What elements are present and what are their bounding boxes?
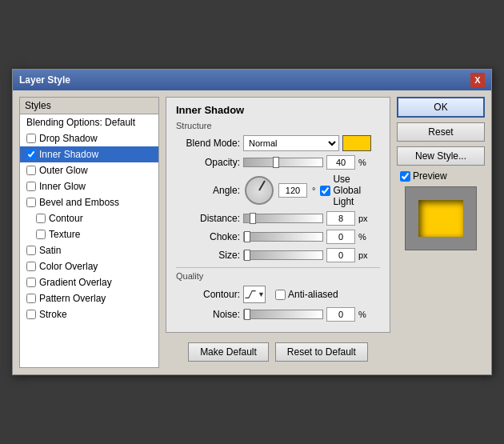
- texture-checkbox[interactable]: [36, 230, 46, 239]
- distance-unit: px: [358, 214, 368, 223]
- sidebar-item-satin[interactable]: Satin: [20, 242, 158, 258]
- texture-label: Texture: [49, 229, 80, 240]
- pattern-overlay-checkbox[interactable]: [26, 294, 36, 303]
- bevel-emboss-label: Bevel and Emboss: [39, 197, 119, 208]
- title-bar: Layer Style X: [13, 70, 491, 90]
- noise-input[interactable]: [326, 307, 355, 322]
- angle-input[interactable]: [278, 183, 307, 198]
- size-input[interactable]: [326, 248, 355, 262]
- distance-label: Distance:: [176, 213, 240, 224]
- dialog-title: Layer Style: [19, 74, 70, 86]
- sidebar-item-gradient-overlay[interactable]: Gradient Overlay: [20, 274, 158, 290]
- reset-to-default-button[interactable]: Reset to Default: [275, 342, 368, 362]
- outer-glow-label: Outer Glow: [39, 165, 88, 176]
- sidebar-item-stroke[interactable]: Stroke: [20, 306, 158, 322]
- opacity-input[interactable]: [326, 155, 355, 170]
- satin-checkbox[interactable]: [26, 246, 36, 255]
- preview-box: [405, 186, 477, 250]
- opacity-slider-container: [243, 158, 323, 167]
- contour-label: Contour: [49, 213, 83, 224]
- preview-text: Preview: [413, 170, 447, 182]
- close-button[interactable]: X: [470, 73, 485, 87]
- preview-checkbox[interactable]: [400, 171, 410, 182]
- make-default-button[interactable]: Make Default: [188, 342, 269, 362]
- choke-input[interactable]: [326, 230, 355, 244]
- size-label: Size:: [176, 250, 240, 261]
- choke-slider[interactable]: [243, 232, 323, 242]
- quality-title: Quality: [176, 271, 380, 281]
- contour-row: Contour: ▼ Anti-aliased: [176, 286, 380, 303]
- bevel-emboss-checkbox[interactable]: [26, 198, 36, 207]
- drop-shadow-checkbox[interactable]: [26, 134, 36, 143]
- inner-shadow-label: Inner Shadow: [39, 149, 98, 160]
- opacity-row: Opacity: %: [176, 155, 380, 170]
- use-global-light-checkbox[interactable]: [320, 186, 330, 196]
- noise-unit: %: [358, 310, 366, 319]
- size-row: Size: px: [176, 248, 380, 262]
- contour-label: Contour:: [176, 289, 240, 300]
- noise-row: Noise: %: [176, 307, 380, 322]
- opacity-slider[interactable]: [243, 158, 323, 167]
- sidebar-item-drop-shadow[interactable]: Drop Shadow: [20, 130, 158, 146]
- inner-glow-label: Inner Glow: [39, 181, 86, 192]
- angle-row: Angle: ° Use Global Light: [176, 174, 380, 207]
- reset-button[interactable]: Reset: [397, 122, 485, 142]
- use-global-light-label[interactable]: Use Global Light: [320, 174, 380, 207]
- satin-label: Satin: [39, 245, 61, 256]
- contour-checkbox[interactable]: [36, 214, 46, 223]
- anti-aliased-checkbox[interactable]: [275, 290, 286, 300]
- use-global-light-text: Use Global Light: [333, 174, 380, 207]
- angle-indicator: [258, 180, 266, 190]
- gradient-overlay-checkbox[interactable]: [26, 278, 36, 287]
- size-slider[interactable]: [243, 250, 323, 260]
- anti-aliased-text: Anti-aliased: [288, 289, 338, 300]
- angle-unit: °: [312, 186, 315, 195]
- sidebar-item-color-overlay[interactable]: Color Overlay: [20, 258, 158, 274]
- inner-glow-checkbox[interactable]: [26, 182, 36, 191]
- color-overlay-checkbox[interactable]: [26, 262, 36, 271]
- sidebar-item-pattern-overlay[interactable]: Pattern Overlay: [20, 290, 158, 306]
- sidebar-item-inner-shadow[interactable]: Inner Shadow: [20, 146, 158, 162]
- structure-title: Structure: [176, 121, 380, 130]
- noise-label: Noise:: [176, 309, 240, 320]
- anti-aliased-label[interactable]: Anti-aliased: [275, 289, 338, 300]
- sidebar-item-outer-glow[interactable]: Outer Glow: [20, 162, 158, 178]
- sidebar-item-contour[interactable]: Contour: [20, 210, 158, 226]
- ok-button[interactable]: OK: [397, 97, 485, 118]
- main-panel: Inner Shadow Structure Blend Mode: Norma…: [159, 97, 397, 368]
- distance-input[interactable]: [326, 211, 355, 226]
- distance-row: Distance: px: [176, 211, 380, 226]
- noise-slider[interactable]: [243, 310, 323, 319]
- blend-mode-select[interactable]: Normal Multiply Screen Overlay: [243, 135, 339, 151]
- choke-unit: %: [358, 232, 366, 242]
- angle-dial[interactable]: [245, 176, 274, 205]
- right-panel: OK Reset New Style... Preview: [397, 97, 485, 368]
- new-style-button[interactable]: New Style...: [397, 146, 485, 166]
- preview-label[interactable]: Preview: [400, 170, 485, 182]
- distance-slider[interactable]: [243, 214, 323, 223]
- stroke-label: Stroke: [39, 309, 67, 320]
- blend-mode-label: Blend Mode:: [176, 138, 240, 149]
- sidebar-item-bevel-emboss[interactable]: Bevel and Emboss: [20, 194, 158, 210]
- sidebar-item-blending-options[interactable]: Blending Options: Default: [20, 114, 158, 130]
- preview-inner: [418, 200, 463, 237]
- blend-mode-row: Blend Mode: Normal Multiply Screen Overl…: [176, 135, 380, 151]
- outer-glow-checkbox[interactable]: [26, 166, 36, 175]
- sidebar-item-inner-glow[interactable]: Inner Glow: [20, 178, 158, 194]
- dialog-body: Styles Blending Options: Default Drop Sh…: [13, 90, 491, 374]
- left-panel: Styles Blending Options: Default Drop Sh…: [19, 97, 159, 368]
- angle-label: Angle:: [176, 185, 240, 196]
- styles-title: Styles: [20, 98, 158, 114]
- color-overlay-label: Color Overlay: [39, 261, 98, 272]
- stroke-checkbox[interactable]: [26, 310, 36, 319]
- layer-style-dialog: Layer Style X Styles Blending Options: D…: [12, 69, 492, 375]
- inner-shadow-section: Inner Shadow Structure Blend Mode: Norma…: [166, 97, 390, 333]
- contour-icon: [244, 288, 257, 301]
- blending-options-label: Blending Options: Default: [26, 117, 135, 128]
- sidebar-item-texture[interactable]: Texture: [20, 226, 158, 242]
- section-title: Inner Shadow: [176, 104, 380, 116]
- contour-preview[interactable]: ▼: [243, 286, 266, 303]
- color-swatch[interactable]: [342, 135, 371, 151]
- size-unit: px: [358, 250, 368, 260]
- inner-shadow-checkbox[interactable]: [26, 150, 36, 159]
